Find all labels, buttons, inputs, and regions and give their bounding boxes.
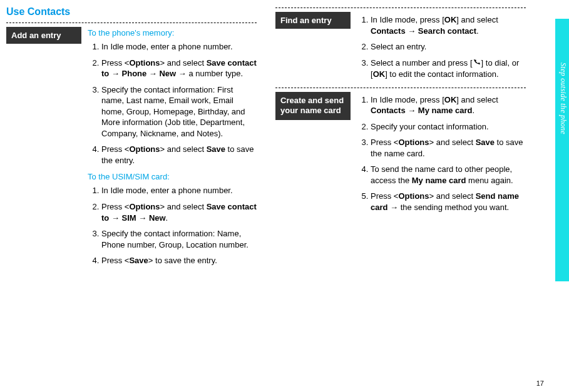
subhead-phone-memory: To the phone's memory: bbox=[88, 28, 257, 38]
subhead-sim-card: To the USIM/SIM card: bbox=[88, 172, 257, 181]
step: In Idle mode, press [OK] and select Cont… bbox=[371, 14, 526, 36]
steps-phone-memory: In Idle mode, enter a phone number. Pres… bbox=[88, 41, 257, 166]
label-name-card: Create and send your name card bbox=[275, 92, 351, 121]
page-title: Use Contacts bbox=[6, 6, 257, 18]
steps-sim-card: In Idle mode, enter a phone number. Pres… bbox=[88, 185, 257, 266]
step: To send the name card to other people, a… bbox=[371, 164, 526, 186]
step: Press <Save> to save the entry. bbox=[101, 255, 257, 266]
label-add-entry: Add an entry bbox=[6, 27, 81, 44]
step: Press <Options> and select Send name car… bbox=[371, 191, 526, 213]
step: Select a number and press [] to dial, or… bbox=[371, 58, 526, 80]
step: Specify the contact information: First n… bbox=[101, 84, 257, 139]
sidebar-tab bbox=[555, 19, 569, 281]
divider bbox=[275, 88, 526, 88]
sidebar-label: Step outside the phone bbox=[558, 63, 568, 134]
step: In Idle mode, enter a phone number. bbox=[101, 41, 257, 53]
step: Select an entry. bbox=[371, 41, 526, 53]
steps-find-entry: In Idle mode, press [OK] and select Cont… bbox=[357, 14, 526, 80]
step: Press <Options> and select Save contact … bbox=[101, 58, 257, 79]
step: Press <Options> and select Save contact … bbox=[101, 201, 257, 223]
dial-icon bbox=[473, 58, 481, 69]
steps-name-card: In Idle mode, press [OK] and select Cont… bbox=[357, 94, 526, 213]
step: In Idle mode, press [OK] and select Cont… bbox=[371, 94, 526, 116]
page-number: 17 bbox=[536, 379, 544, 387]
label-find-entry: Find an entry bbox=[275, 12, 351, 29]
divider bbox=[6, 23, 257, 23]
step: Press <Options> and select Save to save … bbox=[371, 137, 526, 159]
step: Specify your contact information. bbox=[371, 121, 526, 133]
step: Press <Options> and select Save to save … bbox=[101, 144, 257, 166]
step: Specify the contact information: Name, P… bbox=[101, 228, 257, 250]
step: In Idle mode, enter a phone number. bbox=[101, 185, 257, 196]
divider bbox=[275, 8, 526, 8]
